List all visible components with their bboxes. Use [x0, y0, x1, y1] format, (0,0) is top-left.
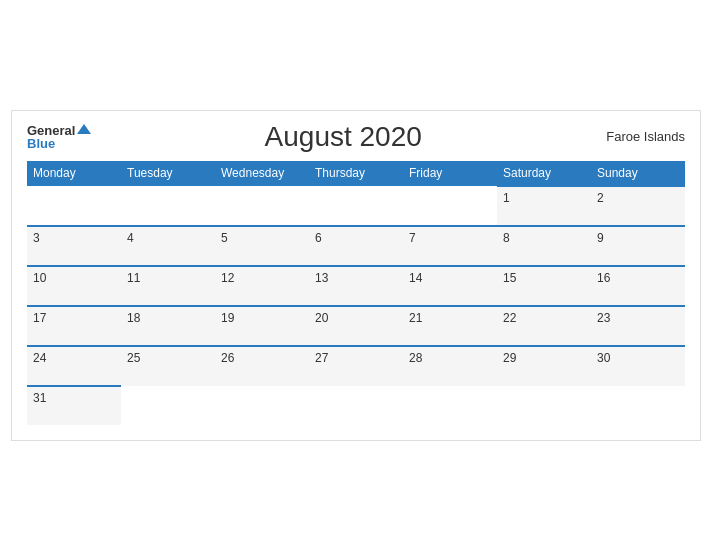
- day-cell: 9: [591, 226, 685, 266]
- day-number: 10: [33, 271, 46, 285]
- day-cell: [27, 186, 121, 226]
- logo-blue-text: Blue: [27, 137, 91, 150]
- day-number: 31: [33, 391, 46, 405]
- day-cell: 26: [215, 346, 309, 386]
- calendar-title: August 2020: [91, 121, 595, 153]
- header-saturday: Saturday: [497, 161, 591, 186]
- day-number: 28: [409, 351, 422, 365]
- day-cell: [309, 386, 403, 425]
- day-cell: [403, 386, 497, 425]
- day-cell: 19: [215, 306, 309, 346]
- day-number: 25: [127, 351, 140, 365]
- day-cell: 24: [27, 346, 121, 386]
- day-number: 6: [315, 231, 322, 245]
- day-cell: 2: [591, 186, 685, 226]
- day-cell: 15: [497, 266, 591, 306]
- week-row-1: 3456789: [27, 226, 685, 266]
- day-cell: 1: [497, 186, 591, 226]
- week-row-5: 31: [27, 386, 685, 425]
- day-number: 20: [315, 311, 328, 325]
- day-cell: 12: [215, 266, 309, 306]
- day-cell: 3: [27, 226, 121, 266]
- day-number: 9: [597, 231, 604, 245]
- day-cell: 16: [591, 266, 685, 306]
- day-cell: 28: [403, 346, 497, 386]
- day-cell: 21: [403, 306, 497, 346]
- day-cell: [497, 386, 591, 425]
- day-number: 13: [315, 271, 328, 285]
- day-number: 11: [127, 271, 140, 285]
- day-cell: [215, 386, 309, 425]
- day-cell: [309, 186, 403, 226]
- day-number: 18: [127, 311, 140, 325]
- week-row-0: 12: [27, 186, 685, 226]
- header-wednesday: Wednesday: [215, 161, 309, 186]
- day-number: 22: [503, 311, 516, 325]
- day-number: 29: [503, 351, 516, 365]
- logo-triangle-icon: [77, 124, 91, 134]
- day-cell: 31: [27, 386, 121, 425]
- day-cell: 27: [309, 346, 403, 386]
- day-cell: 25: [121, 346, 215, 386]
- day-cell: 13: [309, 266, 403, 306]
- day-number: 12: [221, 271, 234, 285]
- day-number: 14: [409, 271, 422, 285]
- week-row-2: 10111213141516: [27, 266, 685, 306]
- day-number: 27: [315, 351, 328, 365]
- day-cell: [121, 386, 215, 425]
- day-number: 17: [33, 311, 46, 325]
- day-number: 2: [597, 191, 604, 205]
- day-number: 26: [221, 351, 234, 365]
- day-number: 3: [33, 231, 40, 245]
- logo-general-text: General: [27, 124, 91, 137]
- header-sunday: Sunday: [591, 161, 685, 186]
- day-cell: [215, 186, 309, 226]
- day-cell: 14: [403, 266, 497, 306]
- day-number: 19: [221, 311, 234, 325]
- day-number: 21: [409, 311, 422, 325]
- day-cell: [403, 186, 497, 226]
- day-cell: 8: [497, 226, 591, 266]
- day-number: 8: [503, 231, 510, 245]
- day-number: 7: [409, 231, 416, 245]
- calendar-grid: Monday Tuesday Wednesday Thursday Friday…: [27, 161, 685, 425]
- day-cell: 10: [27, 266, 121, 306]
- day-cell: 29: [497, 346, 591, 386]
- header-thursday: Thursday: [309, 161, 403, 186]
- calendar-container: General Blue August 2020 Faroe Islands M…: [11, 110, 701, 441]
- weekday-header-row: Monday Tuesday Wednesday Thursday Friday…: [27, 161, 685, 186]
- week-row-3: 17181920212223: [27, 306, 685, 346]
- day-cell: 20: [309, 306, 403, 346]
- day-cell: 17: [27, 306, 121, 346]
- day-cell: [591, 386, 685, 425]
- day-cell: 11: [121, 266, 215, 306]
- day-number: 15: [503, 271, 516, 285]
- day-cell: 5: [215, 226, 309, 266]
- day-number: 1: [503, 191, 510, 205]
- day-number: 4: [127, 231, 134, 245]
- day-cell: [121, 186, 215, 226]
- day-number: 5: [221, 231, 228, 245]
- week-row-4: 24252627282930: [27, 346, 685, 386]
- calendar-header: General Blue August 2020 Faroe Islands: [27, 121, 685, 153]
- day-cell: 6: [309, 226, 403, 266]
- header-tuesday: Tuesday: [121, 161, 215, 186]
- logo: General Blue: [27, 124, 91, 150]
- day-number: 30: [597, 351, 610, 365]
- day-cell: 30: [591, 346, 685, 386]
- day-cell: 4: [121, 226, 215, 266]
- day-cell: 7: [403, 226, 497, 266]
- header-monday: Monday: [27, 161, 121, 186]
- day-cell: 23: [591, 306, 685, 346]
- day-number: 24: [33, 351, 46, 365]
- region-label: Faroe Islands: [595, 129, 685, 144]
- day-cell: 18: [121, 306, 215, 346]
- day-cell: 22: [497, 306, 591, 346]
- day-number: 16: [597, 271, 610, 285]
- day-number: 23: [597, 311, 610, 325]
- header-friday: Friday: [403, 161, 497, 186]
